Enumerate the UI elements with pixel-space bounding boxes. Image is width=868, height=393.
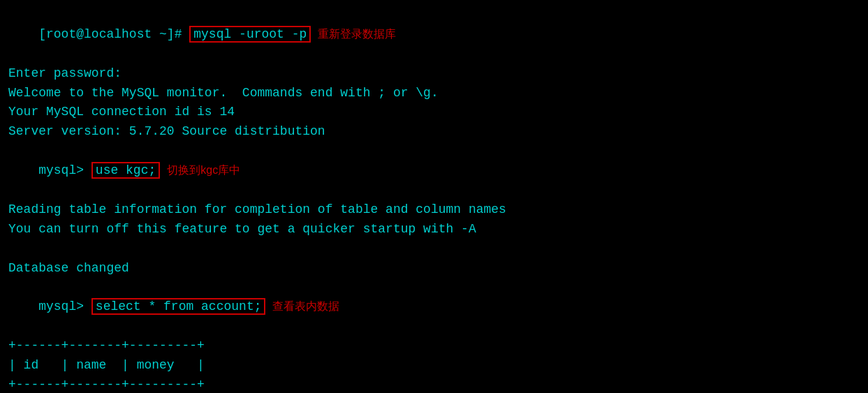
- line-use-kgc: mysql> use kgc;切换到kgc库中: [8, 142, 860, 200]
- mysql-prompt-1: mysql>: [38, 163, 91, 177]
- line-reading-table: Reading table information for completion…: [8, 200, 860, 220]
- select-command: select * from account;: [91, 298, 266, 315]
- blank-line-1: [8, 239, 860, 259]
- table-header: | id | name | money |: [8, 356, 860, 376]
- line-select-command: mysql> select * from account;查看表内数据: [8, 278, 860, 336]
- terminal-window: [root@localhost ~]# mysql -uroot -p重新登录数…: [8, 6, 860, 393]
- use-kgc-command: use kgc;: [91, 162, 160, 179]
- line-connection: Your MySQL connection id is 14: [8, 103, 860, 122]
- mysql-prompt-2: mysql>: [38, 299, 91, 313]
- annotation-use: 切换到kgc库中: [167, 164, 240, 176]
- line-you-can-turn: You can turn off this feature to get a q…: [8, 220, 860, 239]
- line-enter-password: Enter password:: [8, 64, 860, 84]
- annotation-login: 重新登录数据库: [318, 28, 396, 40]
- line-db-changed: Database changed: [8, 259, 860, 279]
- table-mid-border: +------+-------+---------+: [8, 376, 860, 393]
- line-login-command: [root@localhost ~]# mysql -uroot -p重新登录数…: [8, 6, 860, 64]
- annotation-select: 查看表内数据: [272, 300, 339, 312]
- table-top-border: +------+-------+---------+: [8, 336, 860, 356]
- line-welcome: Welcome to the MySQL monitor. Commands e…: [8, 84, 860, 103]
- root-prompt: [root@localhost ~]#: [38, 27, 189, 41]
- mysql-command: mysql -uroot -p: [189, 26, 311, 43]
- line-server-version: Server version: 5.7.20 Source distributi…: [8, 122, 860, 142]
